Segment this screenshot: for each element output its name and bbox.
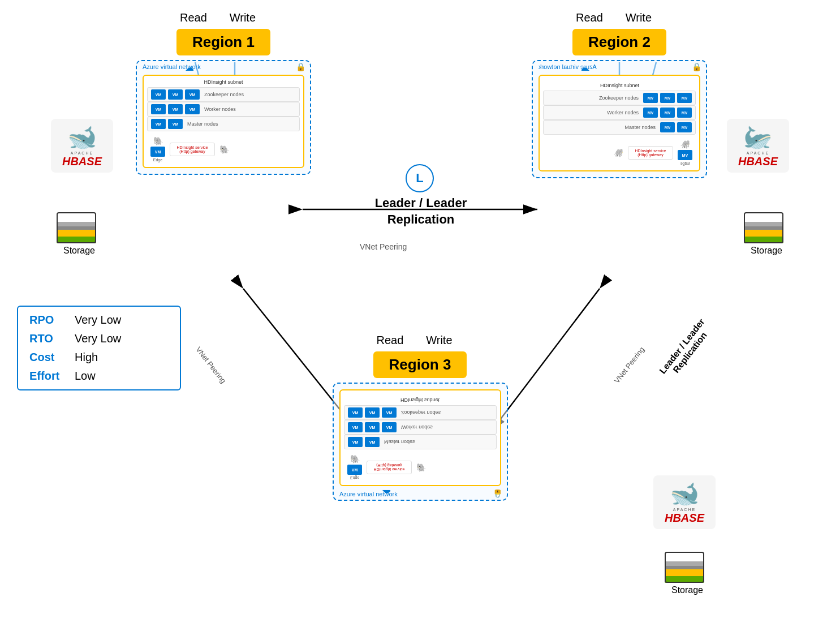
main-container: Read Write Region 1 Azure virtual networ… bbox=[0, 0, 840, 644]
region1-subnet-label: HDInsight subnet bbox=[147, 79, 300, 85]
edge-label-r2: Edge bbox=[680, 161, 690, 165]
effort-value: Low bbox=[75, 370, 96, 383]
worker-label-r2: Worker nodes bbox=[607, 110, 639, 115]
master-label: Master nodes bbox=[187, 121, 218, 127]
region2-hdinsight: HDInsight subnet VM VM VM Zookeeper node… bbox=[539, 75, 700, 171]
vm-r2-1: VM bbox=[677, 93, 692, 103]
gateway-box-r1: HDInsight service (Http) gateway bbox=[170, 143, 215, 156]
vm-r2-7: VM bbox=[677, 122, 692, 132]
edge-label: Edge bbox=[153, 158, 162, 162]
master-label-r2: Master nodes bbox=[624, 124, 656, 130]
region3-hdinsight: HDInsight subnet VM VM VM Zookeeper node… bbox=[339, 389, 501, 486]
gateway-box-r3: HDInsight service (Http) gateway bbox=[367, 461, 412, 474]
vm-r3-4: VM bbox=[348, 422, 363, 432]
region3-vnet-box: Azure virtual network ☁ 🔒 HDInsight subn… bbox=[333, 383, 508, 501]
storage-label-r2: Storage bbox=[744, 246, 789, 256]
region2-write-label: Write bbox=[626, 11, 652, 24]
region1-wrapper: Read Write Region 1 Azure virtual networ… bbox=[136, 11, 311, 175]
region3-subnet-label: HDInsight subnet bbox=[400, 397, 440, 403]
vm-edge-r3: VM bbox=[347, 465, 362, 475]
region2-master-group: VM VM Master nodes bbox=[543, 120, 696, 135]
right-rep-label: Leader / Leader Replication bbox=[657, 317, 714, 382]
zookeeper-label-r2: Zookeeper nodes bbox=[599, 95, 639, 101]
vm-edge: VM bbox=[150, 147, 165, 157]
hbase-logo-r2: 🐋 APACHE HBASE bbox=[727, 119, 789, 173]
cloud-icon-r1: ☁ bbox=[185, 62, 194, 73]
apache-text-r2: APACHE bbox=[731, 151, 785, 155]
storage-label-r3: Storage bbox=[665, 585, 710, 595]
hdoop2-icon-r3: 🐘 bbox=[416, 463, 426, 472]
hbase-logo-r3: 🐋 APACHE HBASE bbox=[653, 475, 716, 529]
vm8: VM bbox=[168, 119, 183, 129]
edge-label-r3: Edge bbox=[350, 476, 359, 480]
region2-wrapper: Read Write Region 2 Azure virtual networ… bbox=[532, 11, 707, 178]
storage-r3: Storage bbox=[665, 549, 710, 595]
vm-r3-7: VM bbox=[348, 437, 363, 447]
vnet-peering-left: VNet Peering bbox=[194, 345, 227, 385]
vm-r2-3: VM bbox=[643, 93, 658, 103]
vm-r3-8: VM bbox=[365, 437, 380, 447]
hbase-text-r2: HBASE bbox=[731, 155, 785, 168]
region1-edge-row: 🐘 VM Edge HDInsight service (Http) gatew… bbox=[147, 135, 300, 164]
region1-master-group: VM VM Master nodes bbox=[147, 117, 300, 131]
vm-r3-3: VM bbox=[382, 407, 397, 418]
region2-read-label: Read bbox=[576, 11, 603, 24]
center-rep-text: Leader / Leader Replication bbox=[347, 195, 494, 227]
info-box: RPO Very Low RTO Very Low Cost High Effo… bbox=[17, 306, 181, 390]
vm-r3-2: VM bbox=[365, 407, 380, 418]
region2-subnet-label: HDInsight subnet bbox=[600, 83, 639, 88]
vnet-peering-right: VNet Peering bbox=[612, 345, 645, 385]
vm6: VM bbox=[185, 104, 200, 114]
region3-zookeeper-group: VM VM VM Zookeeper nodes bbox=[344, 405, 497, 420]
vm-r3-5: VM bbox=[365, 422, 380, 432]
vm4: VM bbox=[151, 104, 166, 114]
vm3: VM bbox=[185, 89, 200, 100]
region3-wrapper: Read Write Region 3 Azure virtual networ… bbox=[333, 334, 508, 501]
worker-label-r3: Worker nodes bbox=[401, 424, 433, 430]
rto-row: RTO Very Low bbox=[29, 332, 169, 345]
lock-icon-r2: 🔒 bbox=[692, 62, 701, 71]
zookeeper-label-r3: Zookeeper nodes bbox=[401, 410, 441, 415]
vm5: VM bbox=[168, 104, 183, 114]
apache-text-r1: APACHE bbox=[55, 151, 109, 155]
lock-icon-r1: 🔒 bbox=[296, 62, 305, 71]
rpo-key: RPO bbox=[29, 314, 75, 327]
vm-r2-8: VM bbox=[660, 122, 675, 132]
region3-badge: Region 3 bbox=[373, 351, 467, 378]
region1-worker-group: VM VM VM Worker nodes bbox=[147, 102, 300, 117]
rpo-row: RPO Very Low bbox=[29, 314, 169, 327]
effort-row: Effort Low bbox=[29, 370, 169, 383]
region2-edge-row: 🐘 VM Edge HDInsight service (Http) gatew… bbox=[543, 138, 696, 167]
region1-hdinsight: HDInsight subnet VM VM VM Zookeeper node… bbox=[143, 75, 304, 168]
apache-text-r3: APACHE bbox=[658, 508, 711, 512]
region1-vnet-box: Azure virtual network ☁ 🔒 HDInsight subn… bbox=[136, 60, 311, 175]
region1-read-label: Read bbox=[180, 11, 207, 24]
region1-zookeeper-group: VM VM VM Zookeeper nodes bbox=[147, 87, 300, 102]
region2-badge: Region 2 bbox=[572, 29, 666, 55]
hdoop2-icon-r1: 🐘 bbox=[219, 145, 229, 154]
storage-r1: Storage bbox=[57, 209, 102, 256]
region3-write-label: Write bbox=[426, 334, 452, 347]
hbase-logo-r1: 🐋 APACHE HBASE bbox=[51, 119, 113, 173]
hdoop-icon-r3: 🐘 bbox=[350, 454, 359, 463]
gateway-label-r3: HDInsight service (Http) gateway bbox=[369, 463, 409, 471]
rto-key: RTO bbox=[29, 332, 75, 345]
vm-r2-5: VM bbox=[660, 108, 675, 118]
region1-write-label: Write bbox=[230, 11, 256, 24]
svg-line-12 bbox=[492, 289, 600, 430]
circle-l: L bbox=[406, 164, 434, 192]
hbase-text-r1: HBASE bbox=[55, 155, 109, 168]
vm-r2-2: VM bbox=[660, 93, 675, 103]
vm-r2-4: VM bbox=[677, 108, 692, 118]
vm-r2-6: VM bbox=[643, 108, 658, 118]
rto-value: Very Low bbox=[75, 332, 121, 345]
storage-r2: Storage bbox=[744, 209, 789, 256]
hdoop-icon-r1: 🐘 bbox=[153, 136, 163, 145]
vm-r3-1: VM bbox=[348, 407, 363, 418]
region3-master-group: VM VM Master nodes bbox=[344, 435, 497, 449]
cloud-icon-r3: ☁ bbox=[382, 488, 391, 499]
cost-key: Cost bbox=[29, 351, 75, 364]
region3-read-label: Read bbox=[376, 334, 403, 347]
region3-edge-row: 🐘 VM Edge HDInsight service (Http) gatew… bbox=[344, 453, 497, 482]
vm1: VM bbox=[151, 89, 166, 100]
